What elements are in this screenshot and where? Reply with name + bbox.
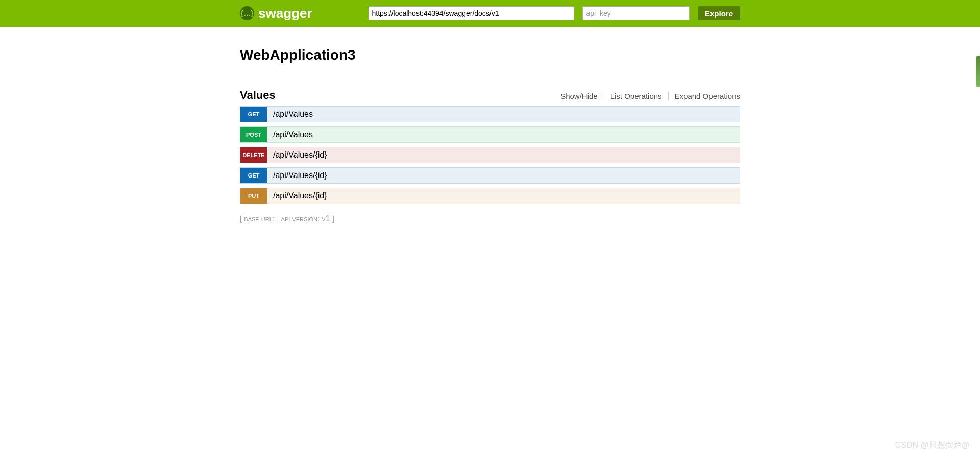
method-badge-get[interactable]: GET — [240, 107, 267, 122]
swagger-logo: {…} swagger — [240, 6, 312, 21]
swagger-logo-icon: {…} — [240, 6, 254, 20]
operation-row-post-1[interactable]: POST/api/Values — [240, 126, 740, 143]
swagger-url-input[interactable] — [369, 6, 575, 20]
main-container: WebApplication3 Values Show/Hide List Op… — [240, 27, 740, 234]
operation-path[interactable]: /api/Values/{id} — [267, 191, 327, 200]
explore-button[interactable]: Explore — [698, 6, 740, 20]
top-header: {…} swagger Explore — [0, 0, 980, 27]
show-hide-link[interactable]: Show/Hide — [554, 92, 604, 100]
operation-row-get-0[interactable]: GET/api/Values — [240, 106, 740, 122]
brand-text: swagger — [258, 6, 312, 21]
base-url-label: base url — [244, 214, 273, 223]
method-badge-get[interactable]: GET — [240, 168, 267, 183]
operation-row-get-3[interactable]: GET/api/Values/{id} — [240, 167, 740, 184]
method-badge-put[interactable]: PUT — [240, 188, 267, 204]
operation-path[interactable]: /api/Values — [267, 130, 313, 139]
operation-path[interactable]: /api/Values/{id} — [267, 150, 327, 160]
api-key-input[interactable] — [582, 6, 689, 20]
api-version-value: v1 — [322, 214, 330, 223]
operation-path[interactable]: /api/Values/{id} — [267, 171, 327, 180]
operation-row-delete-2[interactable]: DELETE/api/Values/{id} — [240, 147, 740, 163]
api-footer-info: [ base url: , api version: v1 ] — [240, 214, 740, 223]
api-version-label: api version — [281, 214, 317, 223]
method-badge-post[interactable]: POST — [240, 127, 267, 142]
section-header: Values Show/Hide List Operations Expand … — [240, 89, 740, 102]
section-title[interactable]: Values — [240, 89, 276, 102]
side-widget[interactable] — [976, 56, 980, 87]
list-operations-link[interactable]: List Operations — [604, 92, 669, 100]
app-title: WebApplication3 — [240, 47, 740, 63]
header-inner: {…} swagger Explore — [240, 6, 740, 21]
operations-list: GET/api/ValuesPOST/api/ValuesDELETE/api/… — [240, 106, 740, 204]
section-actions: Show/Hide List Operations Expand Operati… — [554, 92, 740, 100]
expand-operations-link[interactable]: Expand Operations — [669, 92, 740, 100]
operation-path[interactable]: /api/Values — [267, 110, 313, 119]
method-badge-delete[interactable]: DELETE — [240, 147, 267, 163]
operation-row-put-4[interactable]: PUT/api/Values/{id} — [240, 188, 740, 204]
